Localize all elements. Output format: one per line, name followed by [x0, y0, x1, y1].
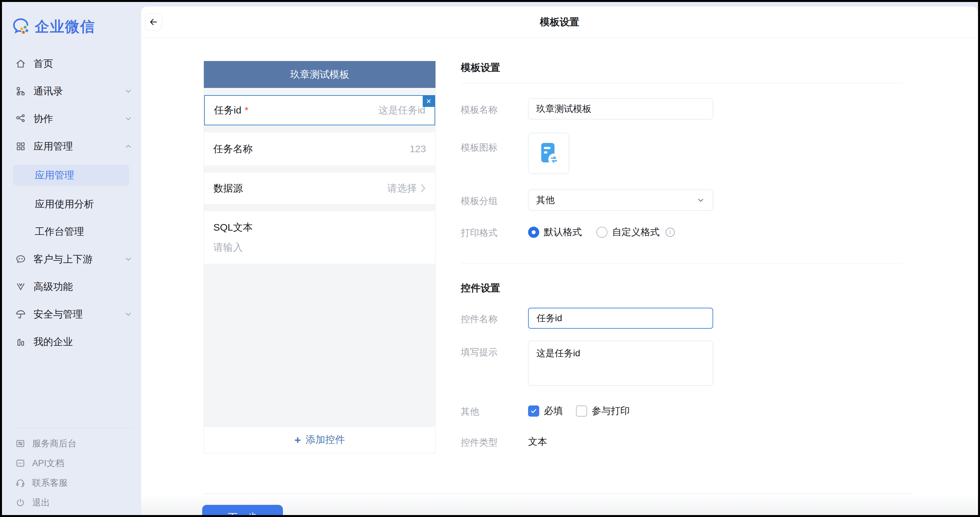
checkbox-unchecked-icon	[576, 406, 587, 417]
print-format-row: 打印格式 默认格式 自定义格式 i	[461, 226, 902, 239]
sidebar-item-contacts[interactable]: 通讯录	[15, 82, 134, 100]
section-divider	[461, 83, 902, 83]
checkbox-checked-icon	[528, 406, 539, 417]
page-body: 玖章测试模板 任务id * 这是任务id × 任务名称 123	[141, 38, 978, 515]
chevron-up-icon	[124, 142, 133, 151]
fill-hint-textarea[interactable]: 这是任务id	[528, 341, 713, 386]
control-type-value: 文本	[528, 435, 547, 449]
preview-gap	[204, 165, 435, 173]
sidebar-item-contact-support[interactable]: 联系客服	[15, 475, 134, 491]
chevron-right-icon	[420, 184, 426, 193]
sidebar-item-app-management[interactable]: 应用管理	[15, 137, 134, 155]
chevron-down-icon	[124, 87, 133, 95]
preview-gap	[204, 125, 435, 133]
sidebar-item-logout[interactable]: 退出	[15, 495, 134, 511]
chevron-down-icon	[124, 114, 133, 123]
api-doc-icon: API	[15, 458, 25, 468]
control-type-row: 控件类型 文本	[461, 435, 902, 449]
sidebar-subitem-workbench-management[interactable]: 工作台管理	[15, 222, 134, 241]
preview-row-sql-text[interactable]: SQL文本 请输入	[204, 211, 435, 264]
checkbox-required[interactable]: 必填	[528, 404, 563, 418]
radio-custom-format[interactable]: 自定义格式 i	[597, 226, 675, 239]
wecom-logo-icon	[11, 16, 31, 37]
sidebar-nav: 首页 通讯录 协作	[2, 54, 141, 351]
footer-divider	[204, 493, 912, 494]
control-settings-title: 控件设置	[461, 281, 902, 295]
sidebar-item-provider-backend[interactable]: 服务商后台	[15, 436, 134, 451]
checkbox-print-participation[interactable]: 参与打印	[576, 404, 630, 418]
page-title: 模板设置	[540, 16, 579, 29]
umbrella-icon	[15, 309, 26, 320]
fill-hint-row: 填写提示 这是任务id	[461, 341, 902, 386]
svg-text:API: API	[18, 462, 23, 465]
main-area: 模板设置 玖章测试模板 任务id * 这是任务id ×	[141, 2, 978, 515]
preview-row-data-source[interactable]: 数据源 请选择	[204, 173, 435, 204]
close-icon[interactable]: ×	[423, 96, 434, 107]
info-icon[interactable]: i	[666, 228, 675, 237]
settings-panel: 模板设置 模板名称 玖章测试模板 模板图标	[461, 61, 902, 449]
sliders-icon	[15, 438, 25, 449]
template-name-input[interactable]: 玖章测试模板	[528, 98, 713, 119]
plus-icon: +	[294, 435, 301, 445]
template-name-row: 模板名称 玖章测试模板	[461, 98, 902, 119]
preview-empty-area	[204, 264, 435, 426]
preview-row-task-name[interactable]: 任务名称 123	[204, 133, 435, 165]
sidebar-item-home[interactable]: 首页	[15, 54, 134, 73]
home-icon	[15, 58, 26, 69]
sidebar-item-customers-upstream-downstream[interactable]: 客户与上下游	[15, 250, 134, 268]
sidebar-item-security-management[interactable]: 安全与管理	[15, 305, 134, 324]
preview-gap	[204, 204, 435, 211]
radio-default-format[interactable]: 默认格式	[528, 226, 582, 239]
chevron-down-icon	[124, 310, 133, 319]
preview-gap	[204, 88, 435, 95]
preview-body: 任务id * 这是任务id × 任务名称 123 数据源	[204, 88, 436, 454]
chevron-down-icon	[124, 255, 133, 263]
bar-chart-icon	[15, 336, 26, 347]
content-card: 模板设置 玖章测试模板 任务id * 这是任务id ×	[141, 6, 978, 515]
sidebar-item-collaboration[interactable]: 协作	[15, 109, 134, 128]
other-options-row: 其他 必填 参与打印	[461, 404, 902, 418]
sql-text-placeholder: 请输入	[213, 241, 426, 254]
control-name-input[interactable]: 任务id	[528, 308, 713, 329]
next-step-button[interactable]: 下一步	[202, 505, 283, 515]
template-document-icon	[535, 140, 563, 168]
chat-bubble-icon	[15, 254, 26, 265]
control-name-row: 控件名称 任务id	[461, 308, 902, 329]
template-settings-title: 模板设置	[461, 61, 902, 75]
sidebar-footer-divider	[16, 428, 133, 428]
sidebar-item-api-docs[interactable]: API API文档	[15, 455, 134, 471]
power-icon	[15, 497, 25, 508]
share-nodes-icon	[15, 113, 26, 124]
template-group-row: 模板分组 其他	[461, 190, 902, 211]
template-group-select[interactable]: 其他	[528, 190, 713, 211]
wecom-logo: 企业微信	[2, 16, 141, 37]
sidebar-item-advanced-features[interactable]: 高级功能	[15, 278, 134, 296]
app-window: 企业微信 首页 通讯录 协作	[0, 0, 980, 517]
section-divider	[461, 263, 902, 264]
required-mark: *	[245, 105, 248, 116]
chevron-down-icon	[697, 196, 705, 205]
page-header: 模板设置	[141, 6, 978, 38]
sidebar: 企业微信 首页 通讯录 协作	[2, 2, 141, 515]
back-button[interactable]	[145, 13, 162, 30]
radio-on-icon	[528, 227, 539, 238]
sidebar-item-my-enterprise[interactable]: 我的企业	[15, 333, 134, 351]
radio-off-icon	[597, 227, 608, 238]
sidebar-subitem-app-management[interactable]: 应用管理	[13, 165, 129, 186]
sidebar-footer: 服务商后台 API API文档 联系客服 退出	[2, 428, 141, 514]
preview-template-title: 玖章测试模板	[204, 61, 436, 88]
grid-icon	[15, 141, 26, 152]
template-preview: 玖章测试模板 任务id * 这是任务id × 任务名称 123	[204, 61, 436, 454]
template-icon-picker[interactable]	[528, 133, 569, 174]
arrow-left-icon	[149, 17, 159, 27]
add-control-button[interactable]: + 添加控件	[204, 426, 435, 453]
headset-icon	[15, 477, 25, 488]
ribbon-v-icon	[15, 281, 26, 292]
preview-row-task-id[interactable]: 任务id * 这是任务id ×	[204, 95, 435, 125]
sidebar-subitem-app-usage-analysis[interactable]: 应用使用分析	[15, 195, 134, 213]
org-chart-icon	[15, 86, 26, 97]
wecom-logo-text: 企业微信	[35, 17, 95, 36]
template-icon-row: 模板图标	[461, 133, 902, 174]
